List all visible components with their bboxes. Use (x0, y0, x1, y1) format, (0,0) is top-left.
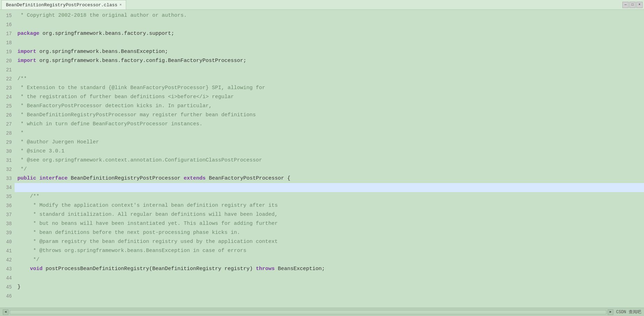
table-row: * BeanDefinitionRegistryPostProcessor ma… (15, 111, 644, 120)
line-numbers: 1516171819202122232425262728293031323334… (0, 10, 15, 308)
code-token: org.springframework.beans.factory.config… (36, 56, 246, 65)
table-row (15, 20, 644, 29)
code-token: BeanDefinitionRegistryPostProcessor (68, 174, 184, 183)
table-row: } (15, 283, 644, 292)
table-row: * @throws org.springframework.beans.Bean… (15, 246, 644, 255)
table-row: * @since 3.0.1 (15, 147, 644, 156)
code-token: BeanFactoryPostProcessor { (206, 174, 290, 183)
restore-button[interactable]: □ (629, 2, 636, 8)
line-number: 25 (1, 102, 12, 111)
line-number: 37 (1, 210, 12, 219)
code-token: /** (17, 192, 39, 201)
horizontal-scrollbar[interactable]: ◄ ► (3, 309, 613, 315)
code-lines: * Copyright 2002-2018 the original autho… (15, 10, 644, 308)
code-token: * Copyright 2002-2018 the original autho… (17, 11, 187, 20)
line-number: 17 (1, 29, 12, 38)
line-number: 23 (1, 84, 12, 93)
table-row (15, 274, 644, 283)
code-token: * Extension to the standard {@link BeanF… (17, 84, 265, 93)
table-row: import org.springframework.beans.factory… (15, 56, 644, 65)
table-row: package org.springframework.beans.factor… (15, 29, 644, 38)
table-row: * Copyright 2002-2018 the original autho… (15, 11, 644, 20)
line-number: 26 (1, 111, 12, 120)
code-token: org.springframework.beans.factory.suppor… (39, 29, 174, 38)
table-row (15, 292, 644, 301)
table-row: * @see org.springframework.context.annot… (15, 156, 644, 165)
code-token (36, 174, 39, 183)
line-number: 40 (1, 237, 12, 246)
code-token: * bean definitions before the next post-… (17, 228, 240, 237)
table-row: * but no beans will have been instantiat… (15, 219, 644, 228)
line-number: 44 (1, 274, 12, 283)
tab-bar: BeanDefinitionRegistryPostProcessor.clas… (0, 0, 644, 10)
code-token: public (17, 174, 36, 183)
file-tab[interactable]: BeanDefinitionRegistryPostProcessor.clas… (1, 0, 126, 9)
line-number: 24 (1, 93, 12, 102)
scroll-right-arrow[interactable]: ► (608, 309, 613, 315)
table-row: * bean definitions before the next post-… (15, 228, 644, 237)
scroll-left-arrow[interactable]: ◄ (3, 309, 8, 315)
window-close-button[interactable]: × (636, 2, 643, 8)
code-token: */ (17, 255, 39, 264)
table-row: void postProcessBeanDefinitionRegistry(B… (15, 264, 644, 274)
line-number: 19 (1, 47, 12, 56)
table-row: * the registration of further bean defin… (15, 93, 644, 102)
line-number: 30 (1, 147, 12, 156)
line-number: 35 (1, 192, 12, 201)
code-token: * BeanFactoryPostProcessor detection kic… (17, 102, 212, 111)
code-token: interface (39, 174, 68, 183)
table-row: * which in turn define BeanFactoryPostPr… (15, 120, 644, 129)
code-token: package (17, 29, 39, 38)
line-number: 33 (1, 174, 12, 183)
code-token: * but no beans will have been instantiat… (17, 219, 278, 228)
code-token: * Modify the application context's inter… (17, 201, 278, 210)
code-token: * the registration of further bean defin… (17, 93, 234, 102)
code-token: * (17, 129, 24, 138)
table-row: /** (15, 192, 644, 201)
line-number: 18 (1, 38, 12, 47)
table-row: import org.springframework.beans.BeansEx… (15, 47, 644, 56)
table-row: * standard initialization. All regular b… (15, 210, 644, 219)
code-token: throws (256, 264, 275, 274)
close-icon[interactable]: × (120, 3, 122, 7)
code-token: void (30, 264, 43, 274)
table-row: * @param registry the bean definition re… (15, 237, 644, 246)
status-right-text: CSDN 查阅吧 (613, 309, 641, 315)
table-row (15, 65, 644, 74)
code-container: 1516171819202122232425262728293031323334… (0, 10, 644, 308)
table-row: */ (15, 255, 644, 264)
line-number: 42 (1, 255, 12, 264)
table-row: * (15, 129, 644, 138)
scrollbar-track[interactable] (10, 310, 606, 314)
tab-title: BeanDefinitionRegistryPostProcessor.clas… (6, 2, 117, 8)
line-number: 36 (1, 201, 12, 210)
code-token: * @see org.springframework.context.annot… (17, 156, 262, 165)
code-token: * standard initialization. All regular b… (17, 210, 278, 219)
code-token: extends (184, 174, 206, 183)
code-token: * BeanDefinitionRegistryPostProcessor ma… (17, 111, 256, 120)
code-token: postProcessBeanDefinitionRegistry(BeanDe… (43, 264, 256, 274)
line-number: 29 (1, 138, 12, 147)
table-row: * Modify the application context's inter… (15, 201, 644, 210)
code-token: * @author Juergen Hoeller (17, 138, 99, 147)
window-controls: — □ × (622, 2, 643, 8)
line-number: 16 (1, 20, 12, 29)
line-number: 45 (1, 283, 12, 292)
code-token: BeansException; (275, 264, 325, 274)
line-number: 21 (1, 65, 12, 74)
code-token: import (17, 47, 36, 56)
table-row: * Extension to the standard {@link BeanF… (15, 84, 644, 93)
line-number: 41 (1, 246, 12, 255)
table-row: */ (15, 165, 644, 174)
code-token (17, 264, 30, 274)
code-token: * @throws org.springframework.beans.Bean… (17, 246, 246, 255)
code-token: import (17, 56, 36, 65)
minimize-button[interactable]: — (622, 2, 629, 8)
line-number: 39 (1, 228, 12, 237)
table-row: * BeanFactoryPostProcessor detection kic… (15, 102, 644, 111)
code-token: * @since 3.0.1 (17, 147, 64, 156)
editor-area: 1516171819202122232425262728293031323334… (0, 10, 644, 308)
code-token: * which in turn define BeanFactoryPostPr… (17, 120, 202, 129)
table-row (15, 183, 644, 192)
table-row: public interface BeanDefinitionRegistryP… (15, 174, 644, 183)
